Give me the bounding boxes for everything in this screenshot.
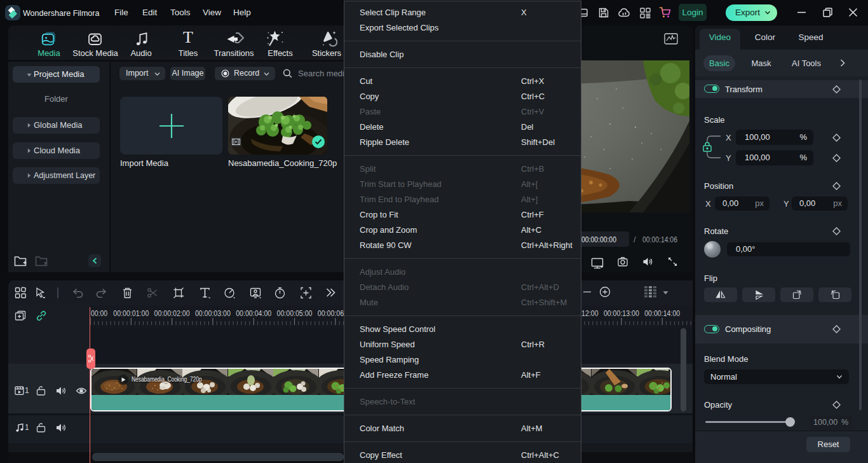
svg-text:00:00:13:00: 00:00:13:00 bbox=[604, 309, 639, 318]
svg-text:00:00: 00:00 bbox=[91, 309, 107, 318]
svg-text:00:00:02:00: 00:00:02:00 bbox=[154, 309, 190, 318]
svg-text:00:00:05:00: 00:00:05:00 bbox=[277, 309, 313, 318]
svg-text:00:00:04:00: 00:00:04:00 bbox=[236, 309, 271, 318]
svg-text:00:00:01:00: 00:00:01:00 bbox=[113, 309, 149, 318]
svg-text:00:00:14:00: 00:00:14:00 bbox=[644, 309, 680, 318]
svg-text:00:00:03:00: 00:00:03:00 bbox=[195, 309, 231, 318]
